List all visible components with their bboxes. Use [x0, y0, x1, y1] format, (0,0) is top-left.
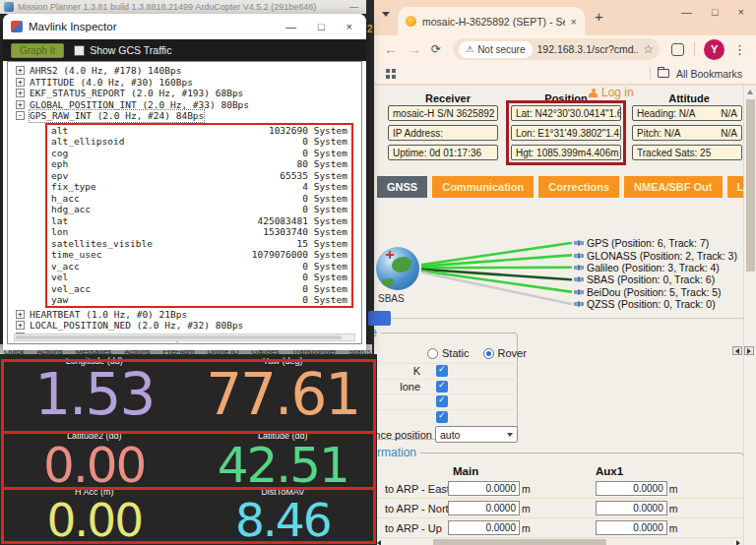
expand-icon[interactable]: + [16, 100, 25, 109]
extensions-icon[interactable] [671, 43, 684, 56]
mode-radio[interactable]: Static [427, 347, 470, 359]
maximize-icon[interactable]: □ [712, 6, 719, 18]
gps-field-row[interactable]: v_acc 0 System [51, 261, 347, 272]
main-offset-input[interactable]: 0.0000 [448, 501, 520, 515]
bookmark-star-icon[interactable]: ☆ [643, 42, 654, 56]
gps-field-row[interactable]: vel_acc 0 System [51, 283, 347, 295]
minimize-icon[interactable]: — [349, 2, 358, 12]
aux1-offset-input[interactable]: 0.0000 [596, 481, 667, 496]
minimize-icon[interactable]: — [285, 21, 296, 32]
forward-icon[interactable]: → [408, 41, 421, 57]
satellite-row[interactable]: Galileo (Position: 3, Track: 4) [574, 262, 737, 273]
expand-icon[interactable]: + [16, 89, 25, 97]
gps-field-row[interactable]: cog 0 System [51, 148, 347, 159]
tree-message-row[interactable]: + AHRS2 (4.0 Hz, #178) 140Bps [16, 65, 361, 77]
satellite-row[interactable]: GLONASS (Position: 2, Track: 3) [574, 249, 737, 261]
info-cell-right: N/A [721, 108, 737, 119]
tree-message-row[interactable]: + LOCAL_POSITION_NED (2.0 Hz, #32) 80Bps [16, 320, 361, 332]
main-offset-input[interactable]: 0.0000 [448, 481, 520, 496]
quick-cell[interactable]: Longitude (dd) 1.53 [0, 356, 189, 431]
gps-field-row[interactable]: lon 15303740 System [51, 226, 347, 238]
tab-scroll-left-button[interactable] [732, 346, 742, 355]
close-icon[interactable]: × [738, 6, 744, 18]
reference-position-select[interactable]: auto [435, 426, 518, 443]
mode-radio[interactable]: Rover [483, 347, 527, 359]
tree-message-row[interactable]: + HEARTBEAT (1.0 Hz, #0) 21Bps [16, 309, 361, 321]
quick-cell[interactable]: Latitude2 (dd) 0.00 [0, 431, 189, 487]
quick-cell[interactable]: Yaw (deg) 77.61 [189, 356, 378, 431]
minimize-icon[interactable]: — [681, 6, 692, 18]
satellite-row[interactable]: SBAS (Position: 0, Track: 6) [574, 273, 737, 285]
checkbox-checked-icon[interactable] [436, 365, 448, 377]
mavlink-message-tree[interactable]: + AHRS2 (4.0 Hz, #178) 140Bps + ATTITUDE… [7, 61, 362, 344]
maximize-icon[interactable]: □ [318, 21, 325, 32]
quick-cell[interactable]: Latitude (dd) 42.51 [189, 431, 378, 487]
expand-icon[interactable]: + [16, 78, 25, 87]
gps-field-row[interactable]: satellites_visible 15 System [51, 238, 347, 250]
checkbox-checked-icon[interactable] [436, 395, 448, 407]
gcs-traffic-checkbox[interactable]: Show GCS Traffic [74, 44, 171, 56]
gps-field-row[interactable]: alt_ellipsoid 0 System [51, 136, 347, 148]
gps-field-row[interactable]: lat 425083481 System [51, 215, 347, 227]
tree-scroll-thumb[interactable] [16, 335, 342, 339]
gps-field-row[interactable]: alt 1032690 System [51, 125, 347, 137]
page-tab[interactable]: Corrections [538, 176, 619, 198]
gps-field-row[interactable]: epv 65535 System [51, 170, 347, 182]
graph-it-button[interactable]: Graph It [11, 43, 64, 58]
satellite-row[interactable]: BeiDou (Position: 5, Track: 5) [574, 286, 737, 298]
scroll-right-icon[interactable] [736, 540, 740, 545]
gps-field-row[interactable]: hdg_acc 0 System [51, 204, 347, 215]
satellite-row[interactable]: QZSS (Position: 0, Track: 0) [574, 298, 737, 310]
horizontal-scroll-thumb[interactable] [433, 539, 606, 545]
back-icon[interactable]: ← [384, 41, 398, 57]
quick-cell[interactable]: H Acc (m) 0.00 [0, 487, 189, 545]
address-bar[interactable]: ⚠ Not secure 192.168.3.1/scr?cmd... ☆ [453, 38, 660, 60]
tree-horizontal-scrollbar[interactable] [14, 333, 355, 341]
gps-field-row[interactable]: yaw 0 System [51, 294, 347, 306]
satellite-row[interactable]: GPS (Position: 6, Track: 7) [574, 237, 737, 249]
scroll-left-icon[interactable] [377, 540, 381, 545]
tree-message-row[interactable]: - GPS_RAW_INT (2.0 Hz, #24) 84Bps [16, 110, 361, 122]
apps-grid-icon[interactable] [386, 69, 390, 73]
main-offset-input[interactable]: 0.0000 [448, 520, 520, 535]
close-icon[interactable]: × [346, 21, 352, 32]
aux1-offset-input[interactable]: 0.0000 [596, 501, 667, 515]
page-tab[interactable]: Communication [432, 176, 534, 198]
reload-icon[interactable]: ⟳ [431, 42, 441, 56]
expand-icon[interactable]: + [16, 310, 25, 319]
tab-search-chevron-icon[interactable] [382, 12, 390, 17]
all-bookmarks-button[interactable]: All Bookmarks [650, 67, 756, 80]
vertical-scrollbar[interactable] [743, 86, 756, 545]
expand-icon[interactable]: - [16, 111, 25, 120]
browser-tab[interactable]: mosaic-H-3625892 (SEPT) - Se × [398, 7, 585, 35]
tree-message-row[interactable]: + ATTITUDE (4.0 Hz, #30) 160Bps [16, 77, 361, 89]
page-tab[interactable]: NMEA/SBF Out [624, 176, 722, 198]
satellite-label: GLONASS (Position: 2, Track: 3) [587, 250, 737, 262]
scroll-up-icon[interactable] [747, 90, 753, 94]
gps-field-row[interactable]: h_acc 0 System [51, 193, 347, 205]
checkbox-checked-icon[interactable] [436, 411, 448, 423]
expand-icon[interactable]: + [16, 321, 25, 330]
tree-message-row[interactable]: + EKF_STATUS_REPORT (2.0 Hz, #193) 68Bps [16, 88, 361, 99]
quick-cell[interactable]: DistToMAV 8.46 [189, 487, 378, 545]
tab-scroll-right-button[interactable] [744, 346, 754, 355]
page-tab[interactable]: GNSS [377, 176, 427, 198]
menu-icon[interactable]: ⋮ [733, 42, 746, 57]
gps-field-row[interactable]: fix_type 4 System [51, 181, 347, 193]
horizontal-scrollbar[interactable] [374, 537, 743, 545]
gps-field-row[interactable]: time_usec 1079076000 System [51, 249, 347, 261]
checkbox-checked-icon[interactable] [436, 381, 448, 393]
new-tab-icon[interactable]: + [595, 8, 603, 25]
not-secure-chip[interactable]: ⚠ Not secure [459, 41, 532, 58]
radio-label: Rover [498, 347, 527, 359]
aux1-offset-input[interactable]: 0.0000 [596, 520, 667, 535]
expand-icon[interactable]: + [16, 66, 25, 75]
gps-field-row[interactable]: eph 80 System [51, 158, 347, 170]
tab-close-icon[interactable]: × [571, 16, 577, 28]
field-value: 80 System [297, 158, 347, 170]
vertical-scroll-thumb[interactable] [746, 99, 755, 272]
profile-avatar[interactable]: Y [704, 39, 724, 60]
inspector-titlebar[interactable]: Mavlink Inspector — □ × [3, 14, 366, 39]
tree-message-row[interactable]: + GLOBAL_POSITION_INT (2.0 Hz, #33) 80Bp… [16, 99, 361, 111]
gps-field-row[interactable]: vel 0 System [51, 272, 347, 283]
